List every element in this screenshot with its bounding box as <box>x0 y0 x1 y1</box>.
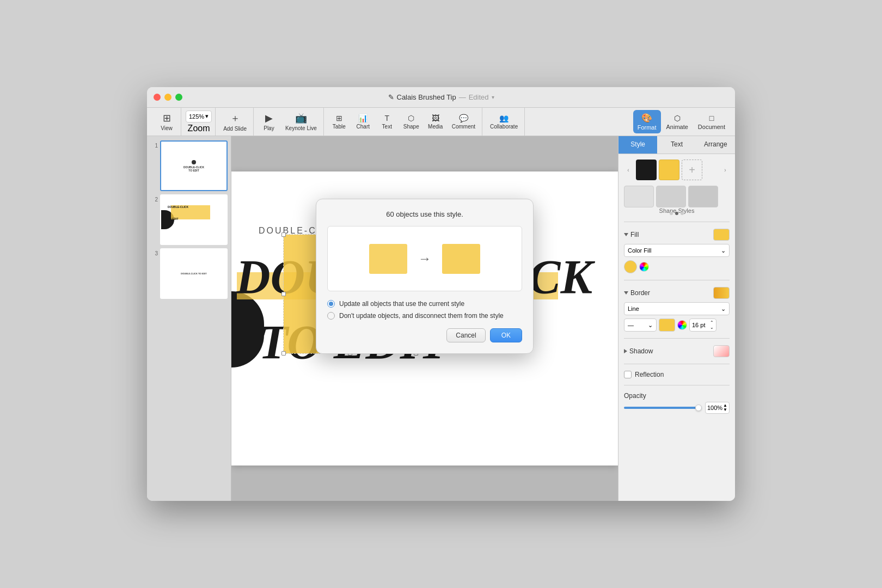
dialog-preview: → <box>327 226 522 291</box>
opacity-row: Opacity 100% ▲▼ <box>624 392 730 414</box>
nav-left-arrow[interactable]: ‹ <box>624 166 633 174</box>
view-button[interactable]: ⊞ View <box>156 110 177 133</box>
cancel-button[interactable]: Cancel <box>446 328 485 342</box>
slide-2-content: DOUBLE-CLICK TO EDIT <box>161 195 226 244</box>
shadow-section-header[interactable]: Shadow <box>624 345 730 357</box>
fill-type-row: Color Fill ⌄ <box>624 244 730 257</box>
dot-2[interactable] <box>675 212 678 215</box>
collaborate-group: 👥 Collaborate <box>483 108 525 136</box>
border-type-row: Line ⌄ <box>624 302 730 315</box>
opacity-slider[interactable] <box>624 407 702 409</box>
fill-color-circle[interactable] <box>624 260 637 273</box>
stepper-icon: ⌃⌄ <box>710 320 714 330</box>
view-icon: ⊞ <box>163 112 171 124</box>
option1-label[interactable]: Update all objects that use the current … <box>327 300 522 308</box>
maximize-button[interactable] <box>175 94 182 101</box>
thumb1-dot <box>192 160 196 164</box>
slide-1-thumbnail[interactable]: DOUBLE-CLICKTO EDIT <box>160 140 228 191</box>
slide-2-thumbnail[interactable]: DOUBLE-CLICK TO EDIT <box>160 194 228 245</box>
fill-title: Fill <box>624 231 639 238</box>
chart-button[interactable]: 📊 Chart <box>352 112 374 132</box>
tab-text[interactable]: Text <box>657 136 696 154</box>
border-color-button[interactable] <box>659 318 675 332</box>
tab-arrange[interactable]: Arrange <box>696 136 735 154</box>
color-wheel-button[interactable] <box>639 262 649 272</box>
collaborate-button[interactable]: 👥 Collaborate <box>487 112 521 132</box>
fill-color-picker-row <box>624 260 730 273</box>
reflection-checkbox[interactable] <box>624 371 632 378</box>
shape-styles-row <box>624 186 730 207</box>
border-section: Border Line ⌄ — <box>624 287 730 332</box>
fill-type-dropdown[interactable]: Color Fill ⌄ <box>624 244 730 257</box>
chevron-down-icon: ⌄ <box>721 247 726 254</box>
option1-radio[interactable] <box>327 300 335 308</box>
border-type-dropdown[interactable]: Line ⌄ <box>624 302 730 315</box>
thumb2-text2: TO EDIT <box>168 217 179 220</box>
dialog-options: Update all objects that use the current … <box>327 300 522 320</box>
slide-1-container: 1 DOUBLE-CLICKTO EDIT <box>150 140 228 191</box>
preview-after <box>442 244 480 274</box>
play-group: ▶ Play 📺 Keynote Live <box>255 108 324 136</box>
plus-icon: ＋ <box>230 112 240 125</box>
panel-tabs: Style Text Arrange <box>618 136 735 154</box>
shape-style-2[interactable] <box>656 186 686 207</box>
arrow-icon: → <box>418 251 431 266</box>
divider-4 <box>624 364 730 364</box>
slide-3-number: 3 <box>150 250 158 256</box>
text-button[interactable]: T Text <box>376 112 398 132</box>
media-button[interactable]: 🖼 Media <box>425 112 446 132</box>
chevron-down-icon[interactable]: ▾ <box>492 94 494 100</box>
minimize-button[interactable] <box>164 94 171 101</box>
opacity-control: 100% ▲▼ <box>624 402 730 414</box>
tab-style[interactable]: Style <box>618 136 657 154</box>
keynote-live-button[interactable]: 📺 Keynote Live <box>282 110 320 133</box>
fill-color-preview[interactable] <box>713 229 730 241</box>
opacity-input[interactable]: 100% ▲▼ <box>705 402 730 414</box>
animate-button[interactable]: ⬡ Animate <box>662 111 693 133</box>
shadow-title: Shadow <box>624 347 653 355</box>
option2-radio[interactable] <box>327 312 335 320</box>
table-button[interactable]: ⊞ Table <box>328 112 350 132</box>
zoom-group: 125% ▾ Zoom <box>182 108 216 136</box>
canvas-area[interactable]: DOUBLE-CLICK TO EDIT <box>231 136 618 501</box>
divider-3 <box>624 338 730 339</box>
ok-button[interactable]: OK <box>490 328 522 342</box>
shape-style-1[interactable] <box>624 186 654 207</box>
dot-1[interactable] <box>670 212 673 215</box>
opacity-slider-thumb[interactable] <box>695 405 702 411</box>
media-icon: 🖼 <box>432 114 439 122</box>
document-button[interactable]: □ Document <box>694 111 730 133</box>
thumb1-content: DOUBLE-CLICKTO EDIT <box>161 142 226 190</box>
add-slide-button[interactable]: ＋ Add Slide <box>220 109 250 134</box>
thumb2-text: DOUBLE-CLICK <box>168 205 188 209</box>
comment-button[interactable]: 💬 Comment <box>449 112 479 132</box>
chart-icon: 📊 <box>358 114 367 122</box>
border-collapse-icon <box>624 291 628 295</box>
close-button[interactable] <box>154 94 161 101</box>
add-slide-group: ＋ Add Slide <box>217 108 254 136</box>
border-color-wheel[interactable] <box>677 320 687 330</box>
shape-style-3[interactable] <box>688 186 718 207</box>
slide-3-thumbnail[interactable]: DOUBLE-CLICK TO EDIT <box>160 248 228 299</box>
border-size-input[interactable]: 16 pt ⌃⌄ <box>689 318 716 332</box>
swatch-black[interactable] <box>636 160 657 180</box>
dot-3[interactable] <box>681 212 684 215</box>
border-section-header[interactable]: Border <box>624 287 730 299</box>
zoom-selector[interactable]: 125% ▾ <box>186 111 212 122</box>
shape-icon: ⬡ <box>408 114 414 122</box>
nav-right-arrow[interactable]: › <box>721 166 730 174</box>
border-color-preview[interactable] <box>713 287 730 299</box>
slide-2-container: 2 DOUBLE-CLICK TO EDIT <box>150 194 228 245</box>
option2-label[interactable]: Don't update objects, and disconnect the… <box>327 312 522 320</box>
fill-section-header[interactable]: Fill <box>624 229 730 241</box>
slide-canvas[interactable]: DOUBLE-CLICK TO EDIT <box>231 171 618 465</box>
add-swatch-button[interactable]: + <box>682 160 702 180</box>
shape-button[interactable]: ⬡ Shape <box>400 112 422 132</box>
swatch-yellow[interactable] <box>659 160 679 180</box>
format-button[interactable]: 🎨 Format <box>633 110 661 133</box>
stepper-icon: ▲▼ <box>723 403 727 412</box>
keynote-live-icon: 📺 <box>295 112 307 124</box>
border-line-selector[interactable]: — ⌄ <box>624 318 657 332</box>
play-button[interactable]: ▶ Play <box>258 110 280 133</box>
swatches-grid: + <box>636 160 718 180</box>
